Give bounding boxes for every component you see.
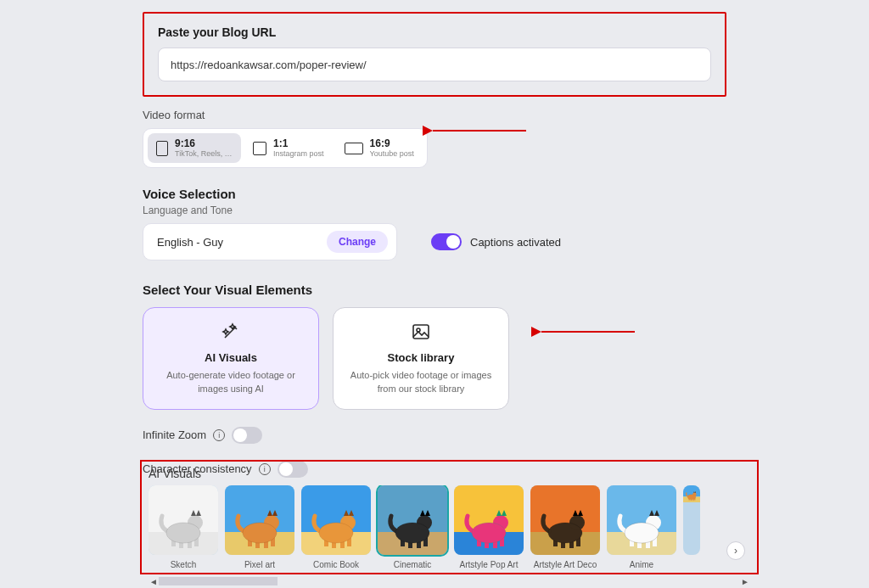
format-option-16-9[interactable]: 16:9 Youtube post bbox=[336, 133, 423, 163]
style-label: Artstyle Pop Art bbox=[460, 560, 519, 569]
style-option-sketch[interactable]: Sketch bbox=[149, 485, 218, 569]
svg-rect-52 bbox=[561, 536, 565, 548]
voice-select-box[interactable]: English - Guy Change bbox=[143, 223, 397, 260]
info-icon[interactable]: i bbox=[213, 429, 225, 441]
visual-card-desc: Auto-generate video footage or images us… bbox=[155, 369, 306, 395]
style-thumbnail bbox=[530, 485, 600, 555]
voice-value: English - Guy bbox=[157, 236, 223, 249]
style-thumbnail bbox=[607, 485, 676, 555]
aspect-icon bbox=[253, 142, 266, 155]
ai-visuals-heading: AI Visuals bbox=[149, 467, 750, 480]
svg-point-5 bbox=[188, 515, 203, 530]
format-ratio: 16:9 bbox=[370, 138, 414, 149]
annotation-arrow bbox=[541, 331, 635, 333]
style-thumbnail bbox=[149, 485, 218, 555]
video-format-group: 9:16 TikTok, Reels, Youtu.. 1:1 Instagra… bbox=[143, 128, 428, 168]
style-label: Cinematic bbox=[394, 560, 431, 569]
voice-sublabel: Language and Tone bbox=[143, 204, 726, 216]
blog-url-section: Paste your Blog URL bbox=[143, 12, 726, 97]
carousel-next-button[interactable]: › bbox=[726, 541, 745, 560]
infinite-zoom-label: Infinite Zoom bbox=[143, 428, 206, 441]
captions-label: Captions activated bbox=[470, 236, 561, 249]
svg-rect-70 bbox=[691, 498, 692, 501]
style-label: Artstyle Art Deco bbox=[534, 560, 597, 569]
format-desc: Youtube post bbox=[370, 149, 414, 158]
svg-rect-34 bbox=[408, 536, 412, 548]
visual-elements-heading: Select Your Visual Elements bbox=[143, 283, 726, 297]
style-thumbnail bbox=[378, 485, 447, 555]
style-label: Anime bbox=[630, 560, 653, 569]
blog-url-label: Paste your Blog URL bbox=[158, 25, 711, 39]
blog-url-input[interactable] bbox=[158, 48, 711, 81]
format-ratio: 1:1 bbox=[273, 138, 324, 149]
visual-card-title: Stock library bbox=[345, 351, 496, 364]
aspect-icon bbox=[156, 141, 168, 156]
captions-toggle[interactable] bbox=[431, 233, 462, 250]
format-option-9-16[interactable]: 9:16 TikTok, Reels, Youtu.. bbox=[148, 133, 241, 163]
format-desc: TikTok, Reels, Youtu.. bbox=[175, 149, 233, 158]
style-option-anime[interactable]: Anime bbox=[607, 485, 676, 569]
svg-rect-69 bbox=[689, 497, 690, 500]
horizontal-scrollbar[interactable]: ◄ ► bbox=[149, 576, 750, 586]
svg-point-41 bbox=[493, 515, 508, 530]
style-thumbnail bbox=[683, 485, 700, 555]
style-label: Sketch bbox=[171, 560, 197, 569]
aspect-icon bbox=[345, 143, 363, 154]
image-icon bbox=[411, 322, 431, 346]
style-option-comic-book[interactable]: Comic Book bbox=[301, 485, 371, 569]
format-ratio: 9:16 bbox=[175, 138, 233, 149]
svg-rect-25 bbox=[332, 536, 336, 548]
style-label: Comic Book bbox=[313, 560, 359, 569]
svg-point-32 bbox=[417, 515, 432, 530]
ai-visuals-section: AI Visuals Sketch Pixel art bbox=[140, 460, 759, 574]
annotation-arrow bbox=[433, 130, 526, 132]
style-option-cinematic[interactable]: Cinematic bbox=[378, 485, 447, 569]
style-option-artstyle-art-deco[interactable]: Artstyle Art Deco bbox=[530, 485, 600, 569]
svg-rect-0 bbox=[413, 325, 429, 339]
scroll-left-icon[interactable]: ◄ bbox=[149, 577, 159, 586]
change-voice-button[interactable]: Change bbox=[327, 231, 388, 253]
visual-card-desc: Auto-pick video footage or images from o… bbox=[345, 369, 496, 395]
svg-rect-61 bbox=[637, 536, 642, 548]
svg-point-50 bbox=[569, 515, 585, 530]
svg-point-68 bbox=[692, 493, 696, 496]
svg-point-59 bbox=[646, 515, 661, 530]
style-option-next[interactable] bbox=[683, 485, 700, 555]
style-option-artstyle-pop-art[interactable]: Artstyle Pop Art bbox=[454, 485, 524, 569]
style-thumbnail bbox=[301, 485, 371, 555]
video-format-label: Video format bbox=[143, 109, 726, 121]
scroll-right-icon[interactable]: ► bbox=[740, 577, 750, 586]
visual-card-title: AI Visuals bbox=[155, 351, 306, 364]
wand-icon bbox=[221, 322, 241, 346]
style-thumbnail bbox=[454, 485, 524, 555]
format-option-1-1[interactable]: 1:1 Instagram post bbox=[244, 133, 333, 163]
svg-rect-16 bbox=[255, 536, 260, 548]
svg-rect-43 bbox=[485, 536, 489, 548]
style-option-pixel-art[interactable]: Pixel art bbox=[225, 485, 294, 569]
voice-heading: Voice Selection bbox=[143, 187, 726, 201]
visual-card-ai-visuals[interactable]: AI Visuals Auto-generate video footage o… bbox=[143, 307, 319, 410]
svg-point-14 bbox=[264, 515, 279, 530]
style-label: Pixel art bbox=[244, 560, 275, 569]
format-desc: Instagram post bbox=[273, 149, 324, 158]
infinite-zoom-toggle[interactable] bbox=[232, 427, 262, 444]
visual-card-stock-library[interactable]: Stock library Auto-pick video footage or… bbox=[333, 307, 509, 410]
svg-point-23 bbox=[340, 515, 356, 530]
svg-rect-7 bbox=[179, 536, 183, 548]
style-thumbnail bbox=[225, 485, 294, 555]
